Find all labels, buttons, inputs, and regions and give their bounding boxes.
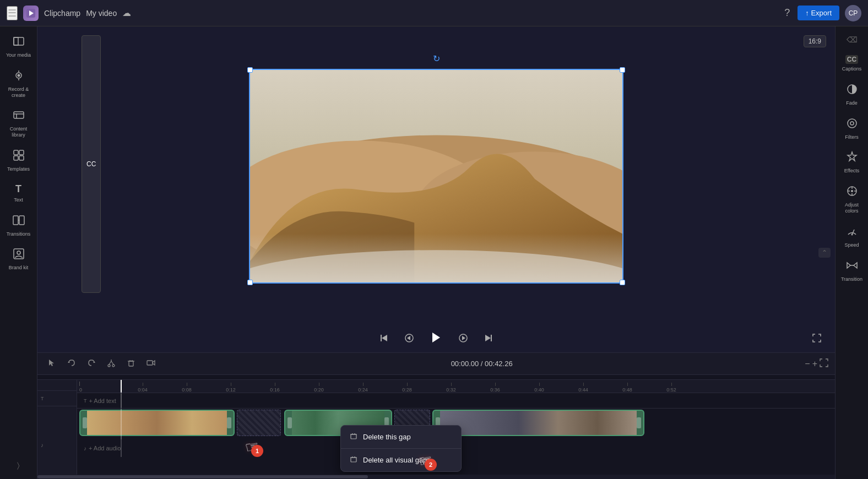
rotate-handle[interactable]: ↻ (431, 53, 442, 64)
skip-to-end-button[interactable] (481, 331, 496, 348)
sidebar-item-text[interactable]: T Text (2, 179, 35, 208)
context-menu: Delete this gap (340, 425, 462, 472)
add-media-button[interactable] (143, 356, 159, 372)
export-button[interactable]: ↑ Export (798, 6, 839, 20)
video-track: Delete this gap (77, 409, 835, 439)
fullscreen-button[interactable] (810, 331, 824, 348)
clip-left-handle-1[interactable] (83, 417, 87, 428)
resize-handle-bl[interactable] (247, 280, 253, 285)
fit-to-window-button[interactable] (820, 358, 828, 369)
fast-forward-button[interactable] (456, 331, 470, 348)
rewind-button[interactable] (402, 331, 416, 348)
timeline-collapse-button[interactable]: ⌃ (818, 248, 831, 258)
hamburger-button[interactable]: ☰ (7, 6, 18, 20)
svg-marker-32 (462, 336, 465, 340)
sidebar-collapse-button[interactable]: 〉 (13, 456, 24, 475)
redo-button[interactable] (84, 356, 99, 372)
center-content: 16:9 ↻ (37, 26, 835, 479)
right-sidebar: ⌫ CC Captions Fade Filters (835, 26, 868, 479)
sidebar-item-templates[interactable]: Templates (2, 145, 35, 177)
right-sidebar-collapse[interactable]: ⌫ (842, 31, 862, 48)
sidebar-item-brand-kit[interactable]: Brand kit (2, 243, 35, 275)
video-clip-1[interactable] (79, 410, 235, 436)
cursor-hand-1: ☞ 1 (245, 438, 259, 456)
resize-handle-tr[interactable] (620, 67, 625, 73)
sidebar-item-captions[interactable]: CC Captions (837, 51, 867, 77)
svg-rect-15 (13, 216, 18, 225)
effects-label: Effects (844, 168, 859, 174)
brand-kit-label: Brand kit (9, 265, 29, 271)
clip-right-handle-3[interactable] (637, 417, 641, 428)
content-library-icon (13, 109, 25, 124)
delete-all-gaps-item[interactable]: Delete all visual gaps (341, 449, 461, 471)
topbar-right: ? ↑ Export CP (782, 5, 861, 21)
delete-this-gap-label: Delete this gap (363, 433, 411, 441)
select-tool-button[interactable] (44, 356, 59, 372)
sidebar-item-adjust-colors[interactable]: Adjust colors (837, 181, 867, 219)
effects-icon (846, 151, 858, 166)
video-clip-3[interactable] (432, 410, 644, 436)
play-button[interactable] (427, 329, 445, 350)
sidebar-item-record-create[interactable]: Record & create (2, 65, 35, 103)
svg-point-59 (848, 119, 856, 128)
svg-rect-50 (351, 434, 356, 439)
svg-point-38 (112, 364, 115, 367)
templates-label: Templates (7, 166, 30, 172)
adjust-colors-label: Adjust colors (839, 202, 865, 214)
topbar-left: ☰ Clipchamp My video ☁ (7, 6, 775, 21)
fade-icon (846, 83, 858, 98)
undo-button[interactable] (64, 356, 79, 372)
timeline-scroll-area[interactable]: 0 0:04 0:08 (77, 380, 835, 475)
video-frame[interactable]: ↻ (249, 69, 623, 284)
timeline-content: T ♪ (37, 380, 835, 475)
svg-marker-30 (432, 333, 440, 342)
add-text-button[interactable]: T + Add text (79, 395, 121, 406)
sidebar-item-fade[interactable]: Fade (837, 79, 867, 111)
skip-to-start-button[interactable] (377, 331, 391, 348)
trash-icon-1 (350, 432, 357, 442)
content-library-label: Content library (4, 126, 33, 138)
resize-handle-tl[interactable] (247, 67, 253, 73)
zoom-in-button[interactable]: + (812, 359, 817, 369)
timeline-scrollbar-thumb[interactable] (37, 475, 368, 478)
sidebar-item-filters[interactable]: Filters (837, 113, 867, 145)
svg-marker-33 (485, 335, 491, 341)
delete-this-gap-item[interactable]: Delete this gap (341, 426, 461, 448)
cloud-save-icon[interactable]: ☁ (122, 8, 131, 18)
svg-marker-26 (381, 335, 382, 341)
video-canvas (250, 70, 622, 282)
timeline-time-display: 00:00.00 / 00:42.26 (163, 360, 800, 368)
transitions-icon (13, 214, 25, 229)
svg-marker-27 (382, 335, 387, 341)
video-title[interactable]: My video (86, 9, 117, 18)
filters-label: Filters (845, 134, 859, 140)
captions-button[interactable]: CC (82, 35, 101, 293)
trash-icon-2 (350, 455, 357, 465)
speed-label: Speed (844, 242, 859, 248)
app-logo (23, 6, 39, 21)
clip-right-handle-1[interactable] (227, 417, 231, 428)
sidebar-item-effects[interactable]: Effects (837, 146, 867, 178)
gap-indicator-1[interactable] (237, 410, 281, 436)
resize-handle-br[interactable] (620, 280, 625, 285)
delete-button[interactable] (123, 356, 139, 372)
sidebar-item-transitions[interactable]: Transitions (2, 210, 35, 242)
sidebar-item-content-library[interactable]: Content library (2, 105, 35, 143)
svg-rect-12 (19, 150, 24, 155)
avatar[interactable]: CP (845, 5, 861, 21)
zoom-out-button[interactable]: − (805, 359, 810, 369)
aspect-ratio-badge[interactable]: 16:9 (804, 35, 826, 47)
filters-icon (846, 117, 858, 132)
sidebar-item-transition[interactable]: Transition (837, 255, 867, 287)
cut-button[interactable] (104, 356, 119, 372)
video-track-label (37, 406, 77, 437)
svg-marker-70 (847, 263, 850, 268)
svg-marker-36 (93, 361, 95, 363)
add-audio-button[interactable]: ♪ + Add audio (79, 443, 125, 454)
sidebar-item-your-media[interactable]: Your media (2, 31, 35, 63)
help-button[interactable]: ? (782, 5, 792, 21)
sidebar-item-speed[interactable]: Speed (837, 221, 867, 253)
svg-marker-29 (407, 336, 410, 340)
clip-left-handle-2[interactable] (287, 417, 292, 428)
timeline-scrollbar[interactable] (37, 475, 835, 479)
